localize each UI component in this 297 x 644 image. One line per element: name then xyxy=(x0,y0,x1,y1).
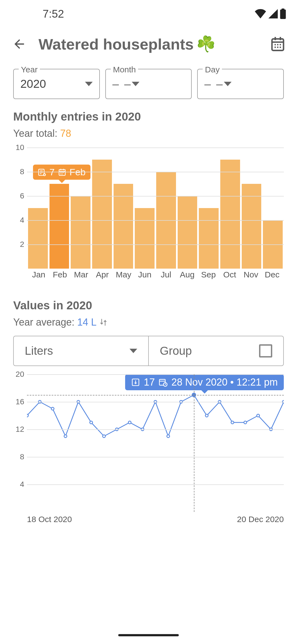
svg-point-43 xyxy=(244,421,247,424)
section-sub: Year total: 78 xyxy=(13,128,284,139)
section-title: Monthly entries in 2020 xyxy=(13,110,284,123)
bar-xlabel: Sep xyxy=(198,270,219,285)
bar-xlabel: Apr xyxy=(92,270,113,285)
bar-xlabel: Feb xyxy=(49,270,70,285)
svg-point-44 xyxy=(257,414,260,417)
bar-may[interactable] xyxy=(114,184,133,269)
page-title: Watered houseplants ☘️ xyxy=(30,35,267,53)
line-tooltip-value: 17 xyxy=(144,376,155,388)
bar-chart[interactable]: 7 Feb 246810 JanFebMarAprMayJunJulAugSep… xyxy=(0,139,297,285)
svg-point-28 xyxy=(51,407,54,410)
bar-jun[interactable] xyxy=(135,208,155,269)
year-filter-value: 2020 xyxy=(20,77,85,91)
arrow-left-icon xyxy=(12,37,26,51)
values-controls: Liters Group xyxy=(13,336,284,366)
year-filter-label: Year xyxy=(19,65,40,74)
day-filter[interactable]: Day – – xyxy=(197,69,284,99)
filter-row: Year 2020 Month – – Day – – xyxy=(0,61,297,102)
bar-aug[interactable] xyxy=(178,196,197,269)
day-filter-value: – – xyxy=(204,77,224,91)
value-box-icon xyxy=(131,378,140,387)
nav-indicator xyxy=(118,634,179,636)
status-time: 7:52 xyxy=(43,8,64,20)
battery-icon xyxy=(280,9,286,19)
year-total-label: Year total: xyxy=(13,128,57,139)
svg-point-7 xyxy=(277,44,278,45)
metric-label: Liters xyxy=(25,344,130,358)
bar-sep[interactable] xyxy=(199,208,219,269)
svg-point-40 xyxy=(205,414,208,417)
line-x-end: 20 Dec 2020 xyxy=(237,515,284,528)
svg-rect-5 xyxy=(280,37,281,40)
calendar-clock-icon xyxy=(159,378,167,387)
bar-xlabel: May xyxy=(113,270,134,285)
section-sub: Year average: 14 L xyxy=(13,316,284,328)
bar-xlabel: Dec xyxy=(262,270,283,285)
status-bar: 7:52 xyxy=(0,0,297,28)
svg-point-24 xyxy=(60,173,61,174)
svg-rect-20 xyxy=(63,169,64,170)
svg-point-6 xyxy=(274,44,276,45)
line-chart[interactable]: 17 28 Nov 2020 • 12:21 pm 48121620 18 Oc… xyxy=(0,366,297,528)
section-values: Values in 2020 Year average: 14 L xyxy=(0,285,297,328)
bar-feb[interactable] xyxy=(50,184,69,269)
metric-selector[interactable]: Liters xyxy=(14,336,149,365)
bar-xlabel: Jul xyxy=(155,270,177,285)
month-filter-value: – – xyxy=(112,77,132,91)
svg-rect-1 xyxy=(282,9,284,10)
svg-point-25 xyxy=(62,173,62,174)
svg-rect-19 xyxy=(60,169,61,170)
status-icons xyxy=(255,9,286,19)
month-filter-label: Month xyxy=(111,65,138,74)
svg-rect-0 xyxy=(280,9,286,19)
svg-point-9 xyxy=(274,47,276,48)
line-x-start: 18 Oct 2020 xyxy=(27,515,72,528)
bar-xlabel: Jun xyxy=(134,270,155,285)
chevron-down-icon xyxy=(130,349,137,353)
calendar-icon xyxy=(270,36,285,52)
svg-point-26 xyxy=(27,414,28,417)
group-label: Group xyxy=(160,344,254,358)
section-title: Values in 2020 xyxy=(13,299,284,312)
back-button[interactable] xyxy=(8,33,30,55)
bar-xlabel: Jan xyxy=(28,270,49,285)
bar-nov[interactable] xyxy=(242,184,262,269)
svg-point-29 xyxy=(64,435,67,438)
page-title-text: Watered houseplants xyxy=(38,35,194,53)
svg-point-11 xyxy=(280,47,281,48)
chevron-down-icon xyxy=(224,82,232,86)
year-average-label: Year average: xyxy=(13,316,75,328)
line-tooltip-label: 28 Nov 2020 • 12:21 pm xyxy=(171,376,278,388)
bar-mar[interactable] xyxy=(71,196,90,269)
chevron-down-icon xyxy=(132,82,139,86)
month-filter[interactable]: Month – – xyxy=(105,69,192,99)
bar-xlabel: Nov xyxy=(240,270,262,285)
year-total-value: 78 xyxy=(60,128,71,139)
signal-icon xyxy=(268,9,278,18)
checkbox-icon xyxy=(259,344,272,358)
group-toggle[interactable]: Group xyxy=(149,336,283,365)
bar-xlabel: Mar xyxy=(70,270,92,285)
line-chart-tooltip: 17 28 Nov 2020 • 12:21 pm xyxy=(125,374,284,390)
calendar-button[interactable] xyxy=(267,33,289,55)
section-monthly-entries: Monthly entries in 2020 Year total: 78 xyxy=(0,102,297,139)
bar-apr[interactable] xyxy=(92,160,112,269)
sort-icon[interactable] xyxy=(99,318,108,326)
bar-xlabel: Aug xyxy=(177,270,198,285)
bar-oct[interactable] xyxy=(220,160,240,269)
bar-xlabel: Oct xyxy=(219,270,240,285)
svg-point-37 xyxy=(167,435,170,438)
svg-point-34 xyxy=(128,421,131,424)
app-bar: Watered houseplants ☘️ xyxy=(0,28,297,61)
shamrock-icon: ☘️ xyxy=(196,35,216,53)
svg-point-8 xyxy=(280,44,281,45)
bar-jan[interactable] xyxy=(28,208,48,269)
year-average-value: 14 L xyxy=(77,316,97,328)
year-filter[interactable]: Year 2020 xyxy=(13,69,100,99)
wifi-icon xyxy=(255,9,266,18)
chevron-down-icon xyxy=(85,82,93,86)
svg-rect-4 xyxy=(274,37,276,40)
svg-point-10 xyxy=(277,47,278,48)
day-filter-label: Day xyxy=(203,65,222,74)
svg-point-31 xyxy=(90,421,93,424)
